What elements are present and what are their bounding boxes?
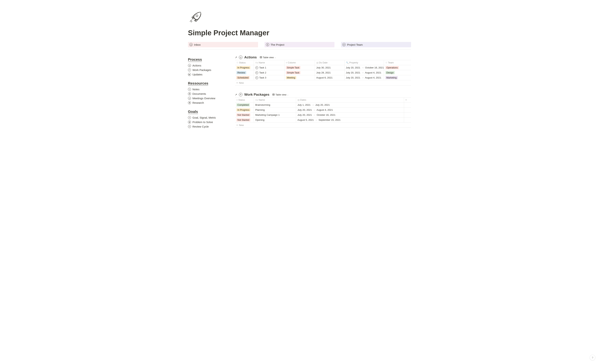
page-title: Simple Project Manager xyxy=(188,29,411,37)
select-icon: ≡ xyxy=(286,61,287,64)
open-link-icon[interactable]: ↗ xyxy=(235,56,237,59)
table-row[interactable]: In ProgressPlanningJuly 20, 2021 → Augus… xyxy=(235,108,411,112)
svg-line-3 xyxy=(191,21,192,22)
row-name: Task 1 xyxy=(259,66,266,69)
sidebar-item-updates[interactable]: ▶ Updates xyxy=(188,72,229,77)
sidebar-item-label: Work Packages xyxy=(193,68,211,71)
column-tag: Simple Task xyxy=(286,71,300,74)
dates-cell: July 1, 2021 → July 20, 2021 xyxy=(296,102,404,108)
row-name: Opening xyxy=(254,118,296,123)
section-heading-goals: Goals xyxy=(188,110,198,114)
col-status[interactable]: ☉Status xyxy=(235,60,254,65)
plus-icon: + xyxy=(236,81,238,84)
row-name: Marketing Campaign 1 xyxy=(254,112,296,118)
column-tag: Simple Task xyxy=(286,66,300,69)
status-tag: Not Started xyxy=(236,113,250,117)
sidebar-item-goal[interactable]: ✶ Goal, Signal, Metric xyxy=(188,115,229,120)
table-row[interactable]: Not StartedMarketing Campaign 1July 20, … xyxy=(235,112,411,118)
open-link-icon[interactable]: ↗ xyxy=(235,93,237,96)
target-icon: ◎ xyxy=(188,64,191,67)
col-name[interactable]: AaName xyxy=(254,97,296,102)
dates-cell: July 20, 2021 → October 16, 2021 xyxy=(296,112,404,118)
table-row[interactable]: Not StartedOpeningAugust 5, 2021 → Septe… xyxy=(235,118,411,123)
col-name[interactable]: AaName xyxy=(254,60,284,65)
section-heading-process: Process xyxy=(188,58,202,62)
sidebar-item-problem[interactable]: ✱ Problem to Solve xyxy=(188,120,229,124)
sidebar-item-label: Research xyxy=(193,101,204,104)
database-title[interactable]: Work Packages xyxy=(244,93,269,97)
sidebar-item-meetings[interactable]: ◷ Meetings Overview xyxy=(188,96,229,101)
status-tag: In Progress xyxy=(236,66,250,69)
database-title[interactable]: Actions xyxy=(244,55,257,59)
column-tag: Meeting xyxy=(286,76,296,79)
clock-icon: ◷ xyxy=(188,97,191,100)
atom-icon: ✱ xyxy=(188,101,191,104)
status-tag: In Progress xyxy=(236,108,250,111)
team-tag: Design xyxy=(385,71,395,74)
table-row[interactable]: In Progress◎Task 1Simple TaskJuly 30, 20… xyxy=(235,65,411,70)
sidebar-item-research[interactable]: ✱ Research xyxy=(188,101,229,105)
date-icon: ▤ xyxy=(298,99,300,101)
new-row-button[interactable]: + New xyxy=(235,123,411,128)
col-do-date[interactable]: ▤Do Date xyxy=(315,60,344,65)
dates-cell: August 5, 2021 → September 15, 2021 xyxy=(296,118,404,123)
person-icon: ➤ xyxy=(342,43,346,46)
note-icon: ✎ xyxy=(188,88,191,91)
status-tag: Completed xyxy=(236,103,250,106)
select-icon: ≡ xyxy=(236,99,238,101)
view-switcher[interactable]: Table view ⌄ xyxy=(260,56,276,59)
col-dates[interactable]: ▤Dates xyxy=(296,97,404,102)
quick-link-label: Inbox xyxy=(194,43,201,46)
table-row[interactable]: CompletedBrainstormingJuly 1, 2021 → Jul… xyxy=(235,102,411,108)
sidebar: Process ◎ Actions P Work Packages ▶ Upda… xyxy=(188,55,229,135)
new-row-button[interactable]: + New xyxy=(235,80,411,85)
property-cell: July 20, 2021 → August 4, 2021 xyxy=(344,75,384,80)
view-switcher[interactable]: Table view ⌄ xyxy=(272,93,289,96)
svg-line-2 xyxy=(190,20,191,22)
plus-icon: + xyxy=(405,99,407,101)
sidebar-item-label: Review Cycle xyxy=(193,125,209,128)
property-cell: July 20, 2021 → August 4, 2021 xyxy=(344,70,384,75)
col-team[interactable]: ☉Team xyxy=(384,60,411,65)
quick-link-inbox[interactable]: ◎ Inbox xyxy=(188,42,258,47)
chevron-down-icon: ⌄ xyxy=(287,94,289,96)
chevron-down-icon: ⌄ xyxy=(274,56,276,58)
actions-table: ☉Status AaName ≡Column ▤Do Date 🔍Propert… xyxy=(235,60,411,80)
target-icon: ◎ xyxy=(239,56,242,59)
sidebar-item-documents[interactable]: ≣ Documents xyxy=(188,92,229,96)
quick-link-team[interactable]: ➤ Project Team xyxy=(341,42,411,47)
sidebar-item-notes[interactable]: ✎ Notes xyxy=(188,87,229,92)
sidebar-item-review-cycle[interactable]: ↻ Review Cycle xyxy=(188,124,229,129)
project-icon: § xyxy=(266,43,269,46)
status-icon: ☉ xyxy=(385,61,387,64)
sidebar-item-actions[interactable]: ◎ Actions xyxy=(188,63,229,68)
page-icon-rocket xyxy=(188,11,411,25)
table-icon xyxy=(260,56,262,59)
col-property[interactable]: 🔍Property xyxy=(344,60,384,65)
new-row-label: New xyxy=(239,124,244,127)
add-column-button[interactable]: + xyxy=(404,97,411,102)
table-row[interactable]: Scheduled◎Task 3MeetingAugust 6, 2021Jul… xyxy=(235,75,411,80)
col-status[interactable]: ≡Status xyxy=(235,97,254,102)
sidebar-item-label: Notes xyxy=(193,88,199,91)
sidebar-item-label: Goal, Signal, Metric xyxy=(193,116,216,119)
sidebar-item-label: Documents xyxy=(193,92,206,95)
sidebar-item-label: Meetings Overview xyxy=(193,97,215,100)
view-label: Table view xyxy=(263,56,274,59)
view-label: Table view xyxy=(275,93,286,96)
sidebar-item-work-packages[interactable]: P Work Packages xyxy=(188,68,229,72)
quick-links-row: ◎ Inbox § The Project ➤ Project Team xyxy=(188,42,411,50)
date-icon: ▤ xyxy=(316,61,318,64)
database-work-packages: ↗ P Work Packages Table view ⌄ ≡Status A xyxy=(235,93,411,128)
status-tag: Scheduled xyxy=(236,76,249,79)
quick-link-label: Project Team xyxy=(347,43,363,46)
target-icon: ◎ xyxy=(255,76,258,79)
target-icon: ◎ xyxy=(255,71,258,74)
package-icon: P xyxy=(239,93,242,96)
col-column[interactable]: ≡Column xyxy=(284,60,315,65)
row-name: Task 3 xyxy=(259,76,266,79)
plus-icon: + xyxy=(236,124,238,127)
table-row[interactable]: Review◎Task 2Simple TaskJuly 28, 2021Jul… xyxy=(235,70,411,75)
section-heading-ressources: Ressources xyxy=(188,81,208,86)
quick-link-project[interactable]: § The Project xyxy=(264,42,335,47)
